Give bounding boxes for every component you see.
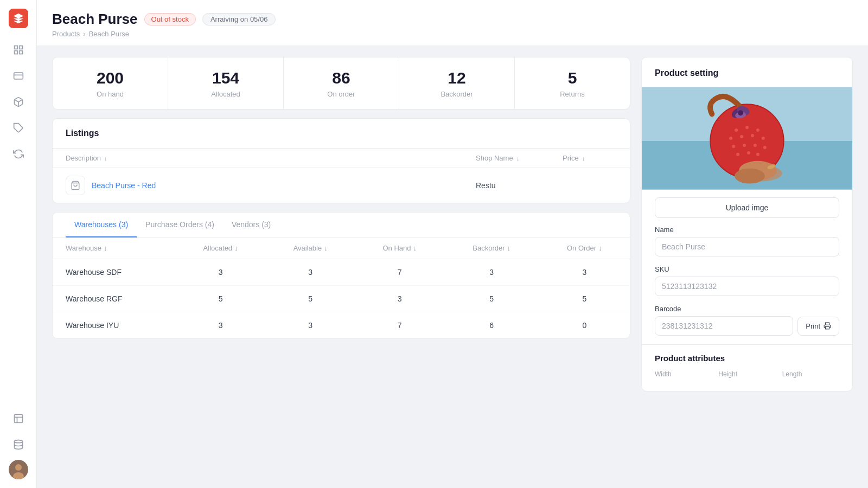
stat-backorder-value: 12 bbox=[412, 68, 501, 88]
wh-cell-backorder: 3 bbox=[444, 259, 539, 286]
wh-cell-on-hand: 3 bbox=[355, 286, 444, 312]
stats-row: 200 On hand 154 Allocated 86 On order 12… bbox=[52, 57, 630, 110]
warehouse-table-row: Warehouse IYU 3 3 7 6 0 bbox=[53, 312, 630, 339]
wh-col-backorder[interactable]: Backorder ↓ bbox=[444, 237, 539, 259]
barcode-row: Print bbox=[655, 316, 839, 336]
wh-cell-on-order: 0 bbox=[539, 312, 630, 339]
user-avatar[interactable] bbox=[9, 460, 28, 479]
name-input[interactable] bbox=[655, 237, 839, 256]
wh-cell-name: Warehouse RGF bbox=[53, 286, 175, 312]
wh-sort-allocated: ↓ bbox=[234, 244, 238, 252]
barcode-field-group: Barcode Print bbox=[642, 305, 852, 344]
tags-icon[interactable] bbox=[8, 117, 29, 139]
inventory-icon[interactable] bbox=[8, 39, 29, 61]
wh-col-warehouse[interactable]: Warehouse ↓ bbox=[53, 237, 175, 259]
listings-title: Listings bbox=[66, 129, 617, 138]
wh-cell-on-order: 5 bbox=[539, 286, 630, 312]
wh-sort-warehouse: ↓ bbox=[104, 244, 107, 252]
layout-icon[interactable] bbox=[8, 408, 29, 429]
warehouse-table: Warehouse ↓ Allocated ↓ Available ↓ On H… bbox=[53, 237, 630, 338]
tabs-container: Warehouses (3) Purchase Orders (4) Vendo… bbox=[53, 213, 630, 237]
left-panel: 200 On hand 154 Allocated 86 On order 12… bbox=[52, 57, 630, 477]
price-sort-icon: ↓ bbox=[582, 155, 585, 162]
height-attribute: Height bbox=[718, 370, 775, 380]
product-settings-card: Product setting bbox=[641, 57, 853, 391]
wh-cell-available: 3 bbox=[266, 312, 355, 339]
listings-col-shop[interactable]: Shop Name ↓ bbox=[476, 154, 563, 162]
svg-rect-8 bbox=[14, 415, 22, 423]
stat-on-order-value: 86 bbox=[297, 68, 386, 88]
wh-cell-name: Warehouse SDF bbox=[53, 259, 175, 286]
svg-point-23 bbox=[756, 129, 760, 132]
warehouses-card: Warehouses (3) Purchase Orders (4) Vendo… bbox=[52, 212, 630, 339]
wh-col-allocated[interactable]: Allocated ↓ bbox=[175, 237, 265, 259]
sync-icon[interactable] bbox=[8, 143, 29, 165]
listing-item-name[interactable]: Beach Purse - Red bbox=[92, 181, 476, 190]
breadcrumb: Products › Beach Purse bbox=[52, 30, 853, 46]
warehouse-table-row: Warehouse RGF 5 5 3 5 5 bbox=[53, 286, 630, 312]
upload-image-button[interactable]: Upload imge bbox=[655, 197, 839, 218]
svg-point-26 bbox=[751, 134, 754, 137]
listing-item-shop: Restu bbox=[476, 181, 563, 190]
sidebar bbox=[0, 0, 37, 488]
svg-point-24 bbox=[729, 137, 732, 140]
svg-rect-0 bbox=[14, 46, 17, 49]
product-settings-title: Product setting bbox=[642, 57, 852, 87]
barcode-input[interactable] bbox=[655, 316, 793, 336]
shop-sort-icon: ↓ bbox=[516, 155, 520, 162]
main-content: Beach Purse Out of stock Arraiving on 05… bbox=[37, 0, 868, 488]
stat-returns-value: 5 bbox=[528, 68, 617, 88]
breadcrumb-parent[interactable]: Products bbox=[52, 30, 80, 38]
stat-returns: 5 Returns bbox=[515, 57, 630, 109]
svg-point-27 bbox=[762, 137, 765, 140]
sku-input[interactable] bbox=[655, 277, 839, 296]
svg-rect-1 bbox=[19, 46, 22, 49]
svg-point-33 bbox=[747, 151, 750, 155]
wh-col-on-order[interactable]: On Order ↓ bbox=[539, 237, 630, 259]
stat-on-order-label: On order bbox=[297, 90, 386, 98]
svg-point-30 bbox=[754, 144, 757, 147]
page-title: Beach Purse bbox=[52, 11, 138, 28]
svg-rect-4 bbox=[14, 73, 23, 79]
tab-warehouses[interactable]: Warehouses (3) bbox=[66, 213, 137, 237]
wh-col-available[interactable]: Available ↓ bbox=[266, 237, 355, 259]
app-logo[interactable] bbox=[9, 9, 28, 28]
packages-icon[interactable] bbox=[8, 91, 29, 113]
sku-field-group: SKU bbox=[642, 265, 852, 305]
billing-icon[interactable] bbox=[8, 65, 29, 87]
listings-col-price[interactable]: Price ↓ bbox=[563, 154, 617, 162]
width-label: Width bbox=[655, 370, 712, 378]
svg-point-21 bbox=[735, 129, 738, 132]
wh-sort-on-order: ↓ bbox=[598, 244, 602, 252]
wh-col-on-hand[interactable]: On Hand ↓ bbox=[355, 237, 444, 259]
storage-icon[interactable] bbox=[8, 434, 29, 455]
stat-on-hand-label: On hand bbox=[66, 90, 155, 98]
listing-row[interactable]: Beach Purse - Red Restu bbox=[53, 168, 630, 203]
listings-col-description[interactable]: Description ↓ bbox=[66, 154, 476, 162]
stat-returns-label: Returns bbox=[528, 90, 617, 98]
svg-point-34 bbox=[756, 153, 760, 156]
tab-vendors[interactable]: Vendors (3) bbox=[223, 213, 279, 237]
listings-card: Listings Description ↓ Shop Name ↓ Price… bbox=[52, 118, 630, 203]
wh-cell-allocated: 5 bbox=[175, 286, 265, 312]
stat-allocated-label: Allocated bbox=[181, 90, 270, 98]
wh-cell-allocated: 3 bbox=[175, 312, 265, 339]
wh-sort-available: ↓ bbox=[324, 244, 328, 252]
arriving-badge: Arraiving on 05/06 bbox=[202, 13, 276, 25]
svg-point-31 bbox=[763, 146, 767, 149]
print-button[interactable]: Print bbox=[797, 317, 839, 336]
svg-point-22 bbox=[745, 126, 749, 129]
printer-icon bbox=[824, 322, 831, 330]
product-attributes-section: Product attributes Width Height Length bbox=[642, 344, 852, 391]
length-label: Length bbox=[782, 370, 839, 378]
stat-on-hand: 200 On hand bbox=[53, 57, 168, 109]
description-sort-icon: ↓ bbox=[104, 155, 107, 162]
wh-cell-available: 3 bbox=[266, 259, 355, 286]
svg-point-11 bbox=[14, 440, 22, 443]
tab-purchase-orders[interactable]: Purchase Orders (4) bbox=[137, 213, 223, 237]
attributes-row: Width Height Length bbox=[655, 370, 839, 380]
wh-cell-backorder: 6 bbox=[444, 312, 539, 339]
wh-cell-available: 5 bbox=[266, 286, 355, 312]
svg-rect-42 bbox=[826, 326, 829, 329]
svg-point-38 bbox=[738, 110, 743, 115]
